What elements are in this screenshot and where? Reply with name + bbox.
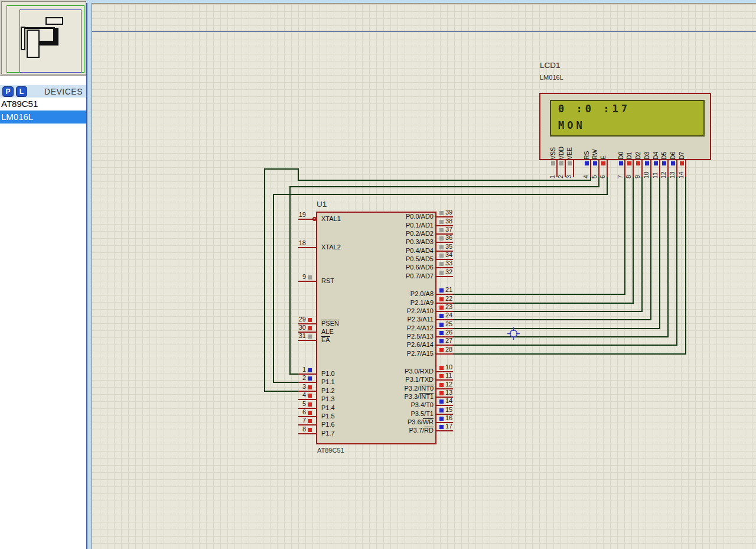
pin-number: 26 — [445, 329, 452, 336]
pin-number: 33 — [445, 259, 452, 267]
wire-p2.5-d5[interactable] — [452, 177, 668, 337]
pin-name: P3.6/WR — [317, 418, 434, 426]
pin-label-text: INT0 — [419, 385, 434, 392]
pin-label-text: P0.0/AD0 — [406, 213, 434, 220]
pin-stub — [436, 353, 453, 355]
pin-state-square — [439, 245, 444, 249]
pin-label-text: WR — [423, 418, 434, 426]
pin-name: P3.4/T0 — [317, 401, 434, 408]
pin-name: P2.7/A15 — [317, 350, 434, 357]
pin-state-square — [308, 428, 312, 432]
preview-pin-bar-shape — [21, 27, 25, 50]
pin-name: P0.0/AD0 — [317, 213, 434, 220]
pin-number: 3 — [269, 383, 306, 390]
pin-name: P2.1/A9 — [317, 299, 434, 306]
device-item-at89c51[interactable]: AT89C51 — [0, 98, 86, 111]
pin-label-text: P3.3/ — [404, 393, 419, 400]
pin-number: 5 — [269, 400, 306, 407]
pin-number: 31 — [269, 332, 306, 339]
pin-name: D1 — [625, 135, 633, 160]
pin-state-square — [439, 391, 444, 395]
preview-box — [1, 1, 86, 74]
pin-label-text: P3.5/T1 — [410, 410, 434, 417]
pin-name: P0.3/AD3 — [317, 238, 434, 245]
overview-preview[interactable] — [0, 0, 86, 76]
pin-state-square — [439, 211, 444, 215]
pin-state-square — [308, 411, 312, 415]
pin-state-square — [568, 161, 572, 165]
pin-name: P2.3/A11 — [317, 316, 434, 323]
pin-label-text: P0.5/AD5 — [406, 255, 434, 262]
pin-state-square — [439, 314, 444, 318]
pin-name: D4 — [652, 135, 659, 160]
pin-state-square — [551, 161, 555, 165]
pin-name: VSS — [549, 135, 556, 160]
pin-stub — [436, 430, 453, 431]
pin-number: 32 — [445, 268, 452, 275]
lcd-screen: 0 :0 :17 MON — [550, 100, 705, 137]
pin-number: 10 — [643, 167, 650, 178]
pin-state-square — [680, 161, 684, 165]
pin-state-square — [619, 161, 623, 165]
pin-state-square — [308, 326, 312, 330]
pin-name: P0.7/AD7 — [317, 272, 434, 280]
pin-number: 35 — [445, 243, 452, 250]
pin-number: 3 — [565, 167, 572, 178]
pin-state-square — [439, 331, 444, 335]
sidebar: P L DEVICES AT89C51 LM016L — [0, 0, 86, 549]
pin-label-text: P0.6/AD6 — [406, 264, 434, 271]
pin-label-text: P0.2/AD2 — [406, 230, 434, 237]
chip-ref: U1 — [317, 200, 327, 209]
pin-label-text: P3.4/T0 — [410, 401, 434, 408]
devices-header: P L DEVICES — [0, 85, 86, 99]
pin-state-square — [439, 366, 444, 370]
pin-label-text: P3.0/RXD — [405, 368, 434, 375]
wire-p2.2-d2[interactable] — [452, 177, 642, 311]
pin-label-text: P2.6/A14 — [407, 341, 434, 348]
pin-state-square — [308, 318, 312, 322]
pin-name: P2.5/A13 — [317, 333, 434, 340]
proteus-isis-window: P L DEVICES AT89C51 LM016L U1 AT89C51 LC… — [0, 0, 756, 549]
pin-number: 34 — [445, 251, 452, 258]
pin-number: 4 — [582, 167, 589, 178]
preview-bus-h-shape — [38, 41, 58, 46]
pin-number: 18 — [269, 239, 306, 246]
preview-chip-shape — [27, 30, 40, 58]
pin-name: RW — [591, 135, 598, 160]
schematic-canvas[interactable]: U1 AT89C51 LCD1 LM016L 0 :0 :17 MON 19XT… — [92, 3, 756, 549]
wire-p2.4-d4[interactable] — [452, 177, 660, 329]
pin-number: 15 — [445, 406, 452, 413]
pin-label-text: P2.7/A15 — [407, 350, 434, 357]
pin-number: 8 — [625, 167, 632, 178]
pin-state-square — [308, 419, 312, 423]
wire-p2.3-d3[interactable] — [452, 177, 651, 320]
library-button[interactable]: L — [16, 86, 27, 97]
pin-label-text: P3.1/TXD — [405, 376, 434, 383]
pin-name: VDD — [558, 135, 565, 160]
pin-name: P0.6/AD6 — [317, 264, 434, 271]
pin-name: P3.3/INT1 — [317, 393, 434, 401]
pin-label-text: P2.3/A11 — [408, 316, 434, 323]
pin-state-square — [439, 348, 444, 352]
pick-device-button[interactable]: P — [2, 86, 14, 97]
pin-state-square — [308, 275, 312, 280]
pin-state-square — [308, 368, 312, 372]
pin-number: 13 — [669, 167, 676, 178]
devices-title: DEVICES — [27, 87, 86, 96]
pin-state-square — [671, 161, 675, 165]
preview-wire-shape — [23, 27, 55, 29]
pin-label-text: P3.7/ — [409, 427, 424, 434]
pin-name: E — [599, 135, 607, 160]
pin-number: 38 — [445, 217, 452, 225]
device-item-lm016l[interactable]: LM016L — [0, 111, 86, 124]
pin-name: P3.5/T1 — [317, 410, 434, 417]
pin-number: 2 — [269, 374, 306, 381]
lcd-display-line-2: MON — [558, 119, 585, 131]
pin-label-text: P2.2/A10 — [407, 307, 434, 314]
pin-name: D2 — [634, 135, 641, 160]
pin-number: 30 — [269, 324, 306, 331]
wire-p2.1-d1[interactable] — [452, 177, 633, 303]
pin-state-square — [439, 220, 444, 224]
pin-state-square — [559, 161, 563, 165]
pin-state-square — [627, 161, 631, 165]
